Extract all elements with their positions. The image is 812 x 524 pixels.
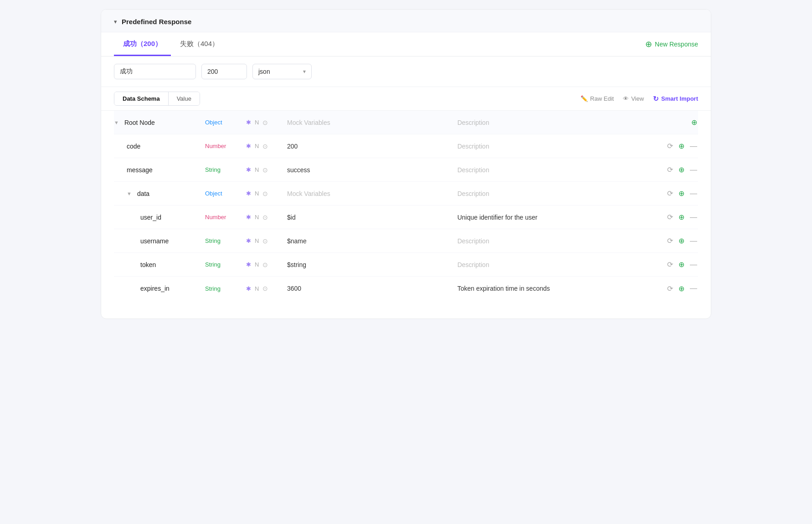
field-type: Number: [205, 143, 226, 149]
refresh-field-button[interactable]: ⟳: [666, 236, 674, 246]
field-flags-col: ✱ N ⊙: [246, 166, 287, 174]
field-actions-col: ⟳ ⊕ —: [662, 141, 698, 151]
collapse-icon[interactable]: ▼: [127, 191, 132, 196]
nullable-flag: N: [255, 261, 259, 268]
shield-icon: ⊙: [262, 237, 268, 245]
predefined-response-panel: ▾ Predefined Response 成功（200） 失败（404） ⊕ …: [101, 9, 711, 319]
required-flag: ✱: [246, 143, 251, 149]
remove-field-button[interactable]: —: [689, 236, 698, 246]
field-name-col: message: [114, 166, 205, 174]
nullable-flag: N: [255, 214, 259, 221]
add-field-button[interactable]: ⊕: [678, 283, 685, 294]
table-row: username String ✱ N ⊙ $name Description …: [114, 229, 698, 253]
refresh-field-button[interactable]: ⟳: [666, 259, 674, 270]
field-type-col: String: [205, 285, 246, 292]
tab-success[interactable]: 成功（200）: [114, 32, 171, 56]
field-name-col: user_id: [114, 214, 205, 221]
eye-icon: 👁: [623, 95, 629, 102]
field-actions-col: ⟳ ⊕ —: [662, 236, 698, 246]
field-name: user_id: [140, 214, 161, 221]
add-field-button[interactable]: ⊕: [678, 212, 685, 222]
collapse-chevron-icon[interactable]: ▾: [114, 18, 117, 25]
refresh-field-button[interactable]: ⟳: [666, 164, 674, 175]
remove-field-button[interactable]: —: [689, 189, 698, 199]
field-name-col: expires_in: [114, 285, 205, 292]
field-name-col: ▼ Root Node: [114, 119, 205, 126]
field-name-col: username: [114, 237, 205, 245]
refresh-field-button[interactable]: ⟳: [666, 188, 674, 199]
field-mock-col: $id: [287, 214, 457, 221]
field-flags-col: ✱ N ⊙: [246, 237, 287, 245]
remove-field-button[interactable]: —: [689, 260, 698, 270]
field-name: data: [137, 190, 149, 197]
remove-field-button[interactable]: —: [689, 165, 698, 175]
smart-import-button[interactable]: ↻ Smart Import: [653, 95, 698, 103]
required-flag: ✱: [246, 119, 251, 126]
field-mock-col: $name: [287, 237, 457, 245]
response-code-input[interactable]: [201, 64, 247, 79]
required-flag: ✱: [246, 285, 251, 292]
shield-icon: ⊙: [262, 214, 268, 221]
schema-toolbar: Data Schema Value ✏️ Raw Edit 👁 View ↻ S…: [101, 87, 711, 111]
tab-fail[interactable]: 失败（404）: [171, 32, 228, 56]
field-type-col: Number: [205, 143, 246, 149]
remove-field-button[interactable]: —: [689, 141, 698, 151]
field-mock-col: Mock Variables: [287, 190, 457, 197]
shield-icon: ⊙: [262, 119, 268, 126]
shield-icon: ⊙: [262, 261, 268, 268]
new-response-label: New Response: [655, 41, 698, 48]
tab-value[interactable]: Value: [169, 92, 200, 105]
section-header: ▾ Predefined Response: [101, 10, 711, 32]
field-type: String: [205, 237, 221, 244]
field-desc-col: Description: [457, 166, 662, 174]
field-desc-col: Token expiration time in seconds: [457, 285, 662, 292]
nullable-flag: N: [255, 166, 259, 173]
new-response-button[interactable]: ⊕ New Response: [645, 36, 698, 52]
response-type-select[interactable]: json ▾: [252, 64, 312, 79]
refresh-field-button[interactable]: ⟳: [666, 283, 674, 294]
add-field-button[interactable]: ⊕: [678, 164, 685, 175]
collapse-icon[interactable]: ▼: [114, 120, 119, 125]
field-type: String: [205, 166, 221, 173]
view-button[interactable]: 👁 View: [623, 95, 644, 102]
refresh-field-button[interactable]: ⟳: [666, 141, 674, 151]
raw-edit-button[interactable]: ✏️ Raw Edit: [581, 95, 614, 102]
shield-icon: ⊙: [262, 285, 268, 292]
field-type: Object: [205, 119, 222, 126]
response-name-input[interactable]: [114, 64, 196, 79]
add-field-button[interactable]: ⊕: [678, 188, 685, 199]
field-actions-col: ⟳ ⊕ —: [662, 259, 698, 270]
table-row: code Number ✱ N ⊙ 200 Description ⟳ ⊕ —: [114, 134, 698, 158]
table-row: ▼ data Object ✱ N ⊙ Mock Variables Descr…: [114, 182, 698, 205]
add-field-button[interactable]: ⊕: [690, 117, 698, 128]
remove-field-button[interactable]: —: [689, 283, 698, 293]
field-flags-col: ✱ N ⊙: [246, 261, 287, 268]
field-actions-col: ⊕: [662, 117, 698, 128]
field-actions-col: ⟳ ⊕ —: [662, 164, 698, 175]
shield-icon: ⊙: [262, 143, 268, 150]
refresh-field-button[interactable]: ⟳: [666, 212, 674, 222]
plus-circle-icon: ⊕: [645, 40, 652, 48]
required-flag: ✱: [246, 237, 251, 244]
field-type-col: String: [205, 237, 246, 244]
field-flags-col: ✱ N ⊙: [246, 143, 287, 150]
field-name-col: ▼ data: [114, 190, 205, 197]
field-type: Number: [205, 214, 226, 221]
required-flag: ✱: [246, 166, 251, 173]
remove-field-button[interactable]: —: [689, 212, 698, 222]
tab-data-schema[interactable]: Data Schema: [114, 92, 169, 105]
required-flag: ✱: [246, 261, 251, 268]
field-flags-col: ✱ N ⊙: [246, 119, 287, 126]
import-icon: ↻: [653, 95, 659, 103]
field-actions-col: ⟳ ⊕ —: [662, 212, 698, 222]
field-flags-col: ✱ N ⊙: [246, 285, 287, 292]
add-field-button[interactable]: ⊕: [678, 236, 685, 246]
field-mock-col: success: [287, 166, 457, 174]
field-type-col: Number: [205, 214, 246, 221]
field-type: Object: [205, 190, 222, 197]
schema-table: ▼ Root Node Object ✱ N ⊙ Mock Variables …: [101, 111, 711, 300]
add-field-button[interactable]: ⊕: [678, 141, 685, 151]
required-flag: ✱: [246, 214, 251, 221]
add-field-button[interactable]: ⊕: [678, 259, 685, 270]
field-name: username: [140, 237, 169, 245]
